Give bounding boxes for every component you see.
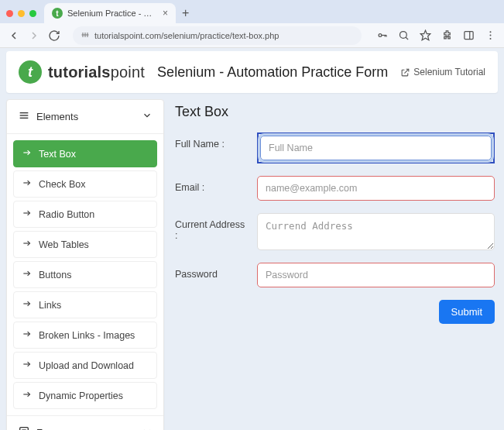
arrow-right-icon [22, 359, 33, 372]
svg-rect-8 [464, 32, 472, 40]
form-heading: Text Box [175, 104, 495, 120]
arrow-right-icon [22, 298, 33, 311]
sidebar-item-web-tables[interactable]: Web Tables [13, 231, 157, 258]
sidebar-item-dynamic-properties[interactable]: Dynamic Properties [13, 382, 157, 409]
address-textarea[interactable] [257, 213, 495, 250]
close-tab-icon[interactable]: × [163, 8, 168, 19]
password-icon[interactable] [375, 29, 388, 42]
label-email: Email : [175, 176, 249, 193]
extensions-icon[interactable] [441, 29, 453, 42]
site-info-icon[interactable] [81, 30, 90, 41]
arrow-right-icon [22, 268, 33, 281]
bookmark-icon[interactable] [419, 29, 431, 42]
sidepanel-icon[interactable] [462, 29, 475, 42]
sidebar-item-radio-button[interactable]: Radio Button [13, 201, 157, 228]
label-fullname: Full Name : [175, 132, 249, 150]
reload-button[interactable] [48, 29, 60, 42]
fullname-focus-ring [257, 132, 495, 163]
zoom-icon[interactable] [397, 29, 410, 42]
sidebar-item-label: Dynamic Properties [39, 390, 123, 401]
nav-list-elements: Text Box Check Box Radio Button Web Tabl… [7, 134, 163, 415]
sidebar-item-label: Links [39, 300, 61, 311]
sidebar-item-label: Broken Links - Images [39, 330, 135, 341]
svg-point-11 [489, 35, 491, 36]
tab-title: Selenium Practice - Text Box [67, 9, 155, 18]
sidebar-item-label: Buttons [39, 270, 71, 280]
svg-point-10 [489, 31, 491, 33]
sidebar-item-label: Radio Button [39, 209, 94, 220]
sidebar-item-check-box[interactable]: Check Box [13, 170, 157, 198]
tutorial-link[interactable]: Selenium Tutorial [400, 67, 485, 77]
chevron-down-icon [142, 426, 153, 430]
menu-icon [18, 109, 30, 124]
sidebar-item-text-box[interactable]: Text Box [13, 140, 157, 167]
favicon-icon: t [52, 8, 63, 19]
sidebar: Elements Text Box Check Box Radio Button… [6, 99, 164, 430]
fullname-input[interactable] [260, 136, 492, 160]
logo[interactable]: t tutorialspoint [19, 60, 145, 84]
accordion-elements[interactable]: Elements [7, 100, 163, 134]
accordion-forms[interactable]: Forms [7, 415, 163, 430]
menu-icon[interactable] [484, 29, 496, 42]
sidebar-item-label: Text Box [39, 149, 76, 160]
arrow-right-icon [22, 329, 33, 342]
window-controls [6, 10, 36, 17]
arrow-right-icon [22, 238, 33, 251]
svg-line-6 [406, 37, 408, 40]
password-input[interactable] [257, 263, 495, 287]
sidebar-item-upload-download[interactable]: Upload and Download [13, 352, 157, 379]
accordion-title: Forms [36, 427, 65, 430]
svg-point-12 [489, 38, 491, 40]
back-button[interactable] [8, 29, 20, 42]
sidebar-item-label: Web Tables [39, 239, 89, 250]
url-text: tutorialspoint.com/selenium/practice/tex… [94, 31, 279, 40]
form-icon [18, 425, 30, 430]
browser-tab[interactable]: t Selenium Practice - Text Box × [44, 3, 176, 23]
url-bar[interactable]: tutorialspoint.com/selenium/practice/tex… [73, 26, 362, 45]
window-maximize[interactable] [29, 10, 36, 17]
arrow-right-icon [22, 389, 33, 402]
logo-text: tutorialspoint [48, 64, 145, 81]
arrow-right-icon [22, 147, 33, 160]
email-input[interactable] [257, 176, 495, 201]
submit-button[interactable]: Submit [439, 300, 495, 324]
svg-marker-7 [420, 30, 430, 40]
arrow-right-icon [22, 177, 33, 191]
window-close[interactable] [6, 10, 13, 17]
sidebar-item-label: Check Box [39, 179, 85, 190]
form-area: Text Box Full Name : Email : Current Add… [172, 99, 498, 329]
label-password: Password [175, 263, 249, 280]
accordion-title: Elements [36, 111, 78, 122]
label-address: Current Address : [175, 213, 249, 241]
logo-mark-icon: t [19, 60, 42, 84]
svg-point-5 [399, 32, 406, 39]
new-tab-button[interactable]: + [182, 6, 189, 20]
chevron-down-icon [142, 110, 153, 123]
sidebar-item-label: Upload and Download [39, 360, 134, 371]
sidebar-item-buttons[interactable]: Buttons [13, 261, 157, 288]
site-header: t tutorialspoint Selenium - Automation P… [6, 51, 498, 93]
sidebar-item-links[interactable]: Links [13, 291, 157, 318]
arrow-right-icon [22, 208, 33, 221]
external-link-icon [400, 67, 410, 77]
forward-button[interactable] [28, 29, 40, 42]
svg-point-4 [379, 34, 382, 37]
window-minimize[interactable] [18, 10, 25, 17]
browser-toolbar: tutorialspoint.com/selenium/practice/tex… [0, 23, 504, 48]
page-title: Selenium - Automation Practice Form [156, 64, 389, 81]
browser-tab-strip: t Selenium Practice - Text Box × + [0, 0, 504, 23]
sidebar-item-broken-links[interactable]: Broken Links - Images [13, 322, 157, 349]
